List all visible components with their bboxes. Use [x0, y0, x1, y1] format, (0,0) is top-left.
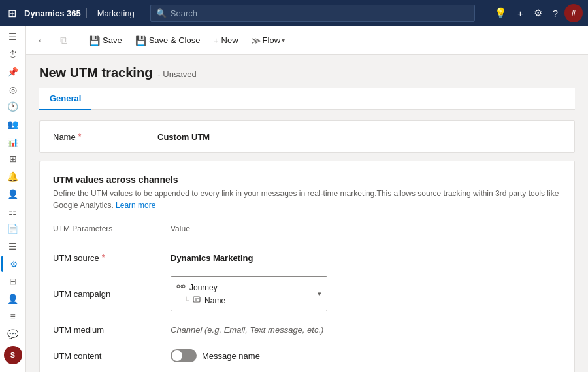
utm-table-header: UTM Parameters Value [53, 222, 561, 239]
add-button[interactable]: + [514, 5, 527, 22]
sidebar-table[interactable]: ⊟ [1, 273, 25, 290]
save-close-button[interactable]: 💾 Save & Close [130, 30, 206, 51]
name-required-star: * [78, 132, 82, 141]
campaign-dropdown-content: Journey └ [171, 277, 312, 311]
new-label: New [221, 35, 238, 45]
utm-source-row: UTM source * Dynamics Marketing [53, 245, 561, 271]
utm-section-desc: Define the UTM values to be appended to … [53, 188, 561, 211]
dropdown-chevron-icon[interactable]: ▾ [312, 284, 327, 303]
sidebar-clock[interactable]: ⏱ [1, 46, 25, 63]
name-value[interactable]: Custom UTM [157, 132, 210, 142]
utm-source-label: UTM source * [53, 253, 171, 263]
sidebar-apps[interactable]: ⚏ [1, 203, 25, 220]
name-item-text: Name [204, 296, 225, 305]
sidebar-settings-circle[interactable]: ◎ [1, 81, 25, 97]
utm-content-value: Message name [171, 349, 561, 362]
name-form-card: Name * Custom UTM [39, 120, 575, 153]
search-icon: 🔍 [156, 8, 167, 18]
utm-medium-value: Channel (e.g. Email, Text message, etc.) [171, 325, 561, 335]
page-title: New UTM tracking [39, 65, 152, 80]
campaign-name-item: └ Name [176, 294, 307, 307]
toggle-track [171, 349, 197, 362]
sidebar-doc[interactable]: 📄 [1, 221, 25, 237]
sidebar-bell[interactable]: 🔔 [1, 169, 25, 185]
toggle-container: Message name [171, 349, 561, 362]
name-label-text: Name [53, 132, 76, 142]
utm-campaign-value: Journey └ [171, 276, 561, 311]
sidebar-chat[interactable]: 💬 [1, 326, 25, 342]
journey-item-text: Journey [189, 283, 218, 292]
sidebar-person[interactable]: 👤 [1, 186, 25, 202]
page-status: - Unsaved [157, 69, 196, 79]
app-name: Marketing [92, 8, 135, 18]
campaign-dropdown[interactable]: Journey └ [171, 276, 327, 311]
utm-col-value-header: Value [171, 224, 190, 233]
avatar[interactable]: # [564, 4, 583, 22]
sidebar: ☰ ⏱ 📌 ◎ 🕐 👥 📊 ⊞ 🔔 👤 ⚏ 📄 ☰ ⚙ ⊟ 👤 ≡ 💬 S [0, 26, 26, 372]
utm-section: UTM values across channels Define the UT… [39, 161, 575, 372]
sidebar-chart[interactable]: 📊 [1, 133, 25, 150]
sidebar-contact[interactable]: 👤 [1, 291, 25, 307]
utm-content-label: UTM content [53, 351, 171, 361]
save-close-icon: 💾 [135, 35, 146, 46]
utm-source-value[interactable]: Dynamics Marketing [171, 253, 561, 263]
save-label: Save [103, 35, 122, 45]
journey-icon [176, 282, 186, 293]
sidebar-gear-active[interactable]: ⚙ [1, 256, 25, 272]
utm-campaign-label: UTM campaign [53, 289, 171, 299]
utm-medium-label-text: UTM medium [53, 325, 104, 335]
utm-campaign-label-text: UTM campaign [53, 289, 110, 299]
sidebar-hamburger[interactable]: ☰ [1, 29, 25, 45]
flow-label: Flow [263, 35, 280, 45]
sidebar-people[interactable]: 👥 [1, 116, 25, 133]
utm-content-label-text: UTM content [53, 351, 101, 361]
search-input[interactable] [171, 8, 469, 18]
toggle-thumb [172, 350, 182, 361]
back-button[interactable]: ← [31, 30, 52, 51]
svg-rect-3 [193, 297, 200, 302]
sidebar-pin[interactable]: 📌 [1, 63, 25, 80]
name-label: Name * [53, 132, 157, 142]
campaign-journey-item: Journey [176, 280, 307, 294]
lightbulb-button[interactable]: 💡 [491, 5, 511, 22]
utm-col-param-header: UTM Parameters [53, 224, 171, 233]
utm-medium-label: UTM medium [53, 325, 171, 335]
grid-icon[interactable]: ⊞ [5, 5, 19, 22]
new-icon: + [213, 35, 218, 46]
layout: ☰ ⏱ 📌 ◎ 🕐 👥 📊 ⊞ 🔔 👤 ⚏ 📄 ☰ ⚙ ⊟ 👤 ≡ 💬 S ← … [0, 26, 588, 372]
utm-source-label-text: UTM source [53, 253, 99, 263]
flow-icon: ≫ [252, 35, 261, 46]
utm-section-title: UTM values across channels [53, 175, 561, 185]
sidebar-avatar[interactable]: S [4, 346, 22, 364]
page-title-row: New UTM tracking - Unsaved [39, 65, 575, 80]
utm-content-row: UTM content Message name [53, 343, 561, 369]
command-bar: ← ⧉ 💾 Save 💾 Save & Close + New ≫ Flow ▾ [26, 26, 588, 55]
settings-button[interactable]: ⚙ [530, 5, 546, 22]
utm-content-toggle[interactable] [171, 349, 197, 362]
product-name: Dynamics 365 [24, 8, 87, 18]
restore-button[interactable]: ⧉ [55, 30, 73, 51]
svg-point-0 [177, 285, 180, 288]
tab-general[interactable]: General [39, 88, 91, 110]
sidebar-grid[interactable]: ⊞ [1, 151, 25, 167]
search-bar[interactable]: 🔍 [150, 5, 475, 22]
flow-button[interactable]: ≫ Flow ▾ [246, 30, 290, 51]
save-button[interactable]: 💾 Save [84, 30, 127, 51]
sidebar-list[interactable]: ☰ [1, 239, 25, 255]
toggle-label: Message name [202, 351, 260, 361]
help-button[interactable]: ? [549, 5, 562, 22]
new-button[interactable]: + New [208, 30, 243, 51]
learn-more-link[interactable]: Learn more [116, 201, 155, 210]
save-icon: 💾 [89, 35, 100, 46]
topbar-actions: 💡 + ⚙ ? # [491, 4, 583, 22]
separator-1 [78, 33, 78, 48]
topbar: ⊞ Dynamics 365 Marketing 🔍 💡 + ⚙ ? # [0, 0, 588, 26]
sidebar-history[interactable]: 🕐 [1, 99, 25, 115]
tab-bar: General [39, 88, 575, 110]
utm-campaign-row: UTM campaign [53, 271, 561, 316]
utm-source-required: * [102, 253, 105, 262]
sidebar-lines[interactable]: ≡ [1, 309, 25, 325]
flow-chevron: ▾ [282, 37, 285, 44]
utm-medium-row: UTM medium Channel (e.g. Email, Text mes… [53, 316, 561, 343]
main-content: ← ⧉ 💾 Save 💾 Save & Close + New ≫ Flow ▾ [26, 26, 588, 372]
